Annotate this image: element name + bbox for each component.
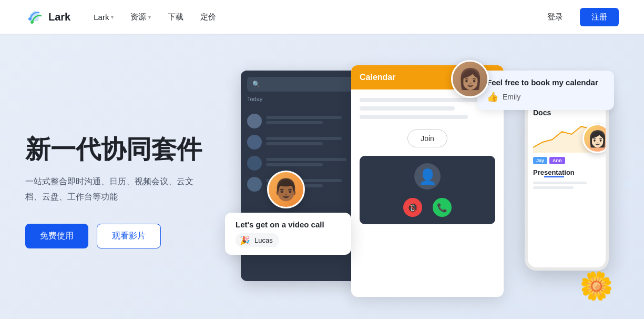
chat-line [266, 163, 323, 166]
emily-card: Feel free to book my calendar 👍 Emily [477, 71, 614, 110]
hero-section: 新一代协同套件 一站式整合即时沟通、日历、视频会议、云文档、云盘、工作台等功能 … [0, 34, 644, 319]
chat-line [266, 116, 342, 119]
ann-tag: Ann [549, 157, 565, 164]
nav-items: Lark ▾ 资源 ▾ 下载 定价 [87, 8, 539, 26]
audio-icon: 🔊 [605, 144, 609, 153]
nav-download-label: 下载 [168, 12, 183, 22]
emily-avatar: 👩🏽 [451, 60, 489, 98]
navbar: Lark Lark ▾ 资源 ▾ 下载 定价 登录 注册 [0, 0, 644, 34]
chat-lines [266, 116, 361, 126]
calendar-line [360, 98, 482, 102]
decline-call-button[interactable]: 📵 [403, 198, 422, 217]
chat-lines [266, 158, 361, 168]
calendar-lines [360, 98, 495, 119]
nav-lark-label: Lark [94, 13, 109, 22]
hero-left: 新一代协同套件 一站式整合即时沟通、日历、视频会议、云文档、云盘、工作台等功能 … [25, 135, 225, 248]
nav-resources-label: 资源 [130, 12, 146, 22]
phone-lines [533, 182, 600, 189]
nav-item-resources[interactable]: 资源 ▾ [124, 8, 157, 26]
avatar [247, 135, 262, 149]
chat-line [266, 137, 342, 140]
signup-button[interactable]: 注册 [580, 8, 619, 26]
phone-mockup: 9:41 ▌▌▌ 🔋 Docs Jay Ann Presentation [525, 92, 609, 271]
phone-tags: Jay Ann [533, 157, 600, 164]
thumbs-up-icon: 👍 [487, 91, 498, 103]
presentation-underline: sentat [544, 168, 564, 177]
chat-lines [266, 137, 361, 147]
chat-list [241, 111, 367, 195]
avatar-man: 👨🏾 [267, 171, 305, 208]
avatar: 👤 [414, 163, 441, 190]
phone-line [533, 186, 574, 189]
nav-pricing-label: 定价 [200, 12, 216, 22]
avatar-man-face: 👨🏾 [273, 179, 299, 200]
calendar-call-buttons: 📵 📞 [403, 198, 452, 217]
hero-right: 🔍 Today [225, 55, 619, 319]
avatar [247, 156, 262, 171]
avatar [247, 177, 262, 192]
logo-area[interactable]: Lark [25, 7, 70, 26]
chevron-down-icon: ▾ [111, 14, 114, 20]
phone-line [533, 182, 587, 184]
chat-panel-top: 🔍 Today [241, 71, 367, 111]
chat-line [266, 158, 346, 161]
watch-video-button[interactable]: 观看影片 [97, 224, 161, 248]
chat-search[interactable]: 🔍 [247, 77, 361, 92]
nav-item-download[interactable]: 下载 [161, 8, 190, 26]
free-use-button[interactable]: 免费使用 [25, 224, 88, 248]
party-emoji: 🎉 [240, 235, 250, 245]
phone-avatar-girl: 👩🏻 🔊 [582, 124, 609, 153]
hero-buttons: 免费使用 观看影片 [25, 224, 225, 248]
phone-presentation-label: Presentation [533, 168, 600, 177]
avatar [247, 114, 262, 128]
video-call-user: 🎉 Lucas [236, 233, 279, 247]
calendar-video-box: 👤 📵 📞 [360, 156, 495, 224]
chat-today-label: Today [247, 92, 361, 104]
list-item [247, 132, 361, 153]
list-item [247, 111, 361, 132]
nav-item-lark[interactable]: Lark ▾ [87, 8, 120, 26]
hero-subtitle: 一站式整合即时沟通、日历、视频会议、云文档、云盘、工作台等功能 [25, 174, 204, 205]
svg-point-1 [28, 17, 32, 21]
yellow-decoration: 🌼 [579, 270, 614, 302]
hero-title: 新一代协同套件 [25, 135, 225, 164]
chat-line [266, 142, 323, 145]
lark-logo-icon [25, 7, 44, 26]
jay-tag: Jay [533, 157, 547, 164]
accept-call-button[interactable]: 📞 [433, 198, 452, 217]
emily-message: Feel free to book my calendar [487, 78, 605, 87]
video-call-username: Lucas [254, 236, 273, 244]
calendar-body: Join 👤 📵 📞 [351, 89, 504, 233]
nav-right: 登录 注册 [539, 8, 619, 26]
svg-point-2 [30, 21, 34, 24]
video-call-bubble: Let's get on a video call 🎉 Lucas [225, 213, 351, 255]
calendar-line [360, 106, 455, 111]
chat-line [266, 121, 323, 124]
join-button[interactable]: Join [407, 129, 447, 147]
video-call-title: Let's get on a video call [236, 220, 341, 229]
search-icon: 🔍 [252, 81, 260, 88]
nav-item-pricing[interactable]: 定价 [194, 8, 222, 26]
calendar-line [360, 115, 468, 119]
emily-name: Emily [503, 93, 520, 101]
logo-text: Lark [48, 11, 70, 23]
login-button[interactable]: 登录 [539, 8, 571, 26]
chevron-down-icon: ▾ [148, 14, 151, 20]
list-item [247, 153, 361, 174]
emily-name-row: 👍 Emily [487, 91, 605, 103]
